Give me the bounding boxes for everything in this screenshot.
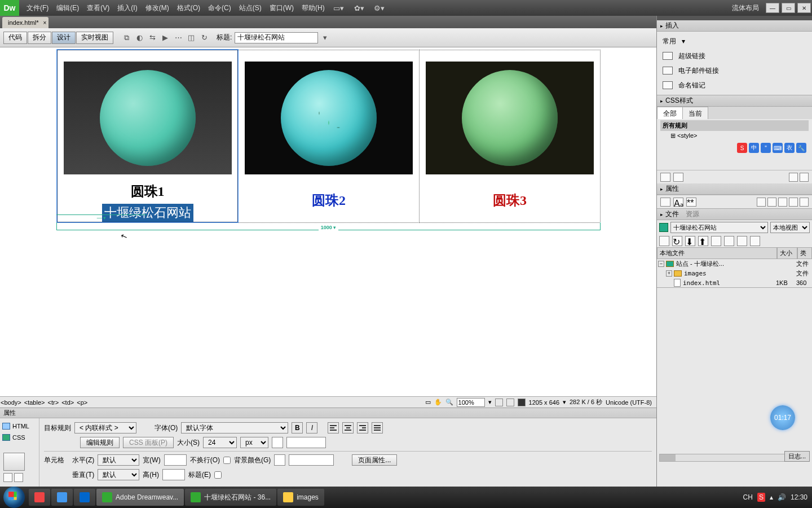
zoom-input[interactable] bbox=[457, 398, 485, 407]
task-explorer[interactable]: images bbox=[277, 489, 324, 506]
bead-image-1[interactable] bbox=[64, 62, 232, 174]
merge-cells-icon[interactable] bbox=[3, 453, 25, 471]
table-cell-3[interactable]: 圆珠3 bbox=[419, 50, 600, 222]
options-icon[interactable]: ⋯ bbox=[172, 32, 184, 44]
folder-images[interactable]: + images 文件 bbox=[657, 269, 812, 278]
unit-select[interactable]: px bbox=[240, 437, 268, 448]
site-select[interactable]: 十堰绿松石网站 bbox=[670, 222, 768, 233]
split-v-icon[interactable] bbox=[14, 473, 23, 482]
system-tray[interactable]: CH S ▴ 🔊 12:30 bbox=[739, 493, 812, 502]
align-left-button[interactable] bbox=[328, 422, 339, 433]
assets-tab[interactable]: 资源 bbox=[686, 209, 699, 219]
css-tab-all[interactable]: 全部 bbox=[657, 107, 683, 119]
caption-3[interactable]: 圆珠3 bbox=[420, 191, 600, 209]
task-browser[interactable]: 十堰绿松石网站 - 36... bbox=[185, 489, 276, 506]
insert-panel-header[interactable]: ▸插入 bbox=[657, 20, 812, 32]
maximize-button[interactable]: ▭ bbox=[782, 3, 795, 13]
table-cell-2[interactable]: 圆珠2 bbox=[238, 50, 419, 222]
site-icon[interactable]: ⚙▾ bbox=[372, 2, 387, 14]
log-button[interactable]: 日志... bbox=[784, 451, 810, 462]
vert-select[interactable]: 默认 bbox=[98, 469, 139, 480]
window-size-icon[interactable] bbox=[495, 398, 503, 406]
pinned-app2[interactable] bbox=[51, 489, 73, 506]
rule-style[interactable]: ⊞ <style> bbox=[660, 131, 809, 141]
css-props-header[interactable]: ▸属性 bbox=[657, 183, 812, 195]
get-icon[interactable]: ⬇ bbox=[685, 236, 695, 246]
bgcolor-input[interactable] bbox=[289, 454, 334, 466]
browser-nav-icon[interactable]: ⇆ bbox=[146, 32, 158, 44]
hand-tool-icon[interactable]: ✋ bbox=[434, 398, 442, 406]
bead-image-2[interactable] bbox=[245, 62, 413, 174]
view-split-button[interactable]: 拆分 bbox=[28, 32, 51, 44]
text-color-swatch[interactable] bbox=[272, 437, 283, 448]
sogou-icon[interactable]: S bbox=[737, 143, 747, 153]
insert-hyperlink[interactable]: 超级链接 bbox=[657, 49, 812, 63]
sogou-tray-icon[interactable]: S bbox=[757, 493, 765, 502]
table-width-marker[interactable]: 1000 ▾ bbox=[56, 222, 601, 230]
bead-image-3[interactable] bbox=[426, 62, 594, 174]
menu-window[interactable]: 窗口(W) bbox=[266, 3, 298, 13]
menu-format[interactable]: 格式(O) bbox=[173, 3, 204, 13]
view-design-button[interactable]: 设计 bbox=[52, 32, 76, 44]
tag-selector[interactable]: <body> <table> <tr> <td> <p> bbox=[0, 399, 88, 406]
menu-site[interactable]: 站点(S) bbox=[235, 3, 266, 13]
start-button[interactable] bbox=[3, 487, 25, 508]
menu-edit[interactable]: 编辑(E) bbox=[52, 3, 83, 13]
bold-button[interactable]: B bbox=[292, 422, 303, 433]
disable-css-icon[interactable] bbox=[789, 198, 798, 207]
align-right-button[interactable] bbox=[357, 422, 368, 433]
caption-2[interactable]: 圆珠2 bbox=[239, 191, 419, 209]
column-width-marker[interactable]: — ▾ bbox=[56, 214, 147, 222]
files-panel-header[interactable]: ▸文件 资源 bbox=[657, 209, 812, 220]
volume-icon[interactable]: 🔊 bbox=[778, 493, 786, 501]
page-table[interactable]: 圆珠1 十堰绿松石网站 圆珠2 圆珠3 bbox=[56, 49, 601, 223]
visual-aids-icon[interactable]: ◫ bbox=[185, 32, 197, 44]
preview-icon[interactable]: ▶ bbox=[159, 32, 171, 44]
insert-anchor[interactable]: 命名锚记 bbox=[657, 78, 812, 93]
ime-indicator[interactable]: CH bbox=[743, 493, 753, 501]
title-input[interactable] bbox=[235, 32, 318, 43]
link-css-icon[interactable] bbox=[757, 198, 766, 207]
new-css-icon[interactable] bbox=[767, 198, 776, 207]
ime-kb-icon[interactable]: ⌨ bbox=[773, 143, 783, 153]
select-tool-icon[interactable]: ▭ bbox=[425, 398, 431, 406]
height-input[interactable] bbox=[162, 469, 185, 480]
ime-punct-icon[interactable]: " bbox=[761, 143, 771, 153]
menu-help[interactable]: 帮助(H) bbox=[298, 3, 329, 13]
device-icon[interactable] bbox=[506, 398, 514, 406]
design-canvas[interactable]: 圆珠1 十堰绿松石网站 圆珠2 圆珠3 — ▾ 1000 ▾ ↖ bbox=[0, 47, 656, 396]
pinned-app3[interactable] bbox=[74, 489, 95, 506]
caption-1[interactable]: 圆珠1 bbox=[58, 182, 237, 200]
font-select[interactable]: 默认字体 bbox=[181, 422, 288, 433]
refresh-files-icon[interactable]: ↻ bbox=[672, 236, 682, 246]
align-center-button[interactable] bbox=[342, 422, 354, 433]
file-mgmt-icon[interactable]: ▾ bbox=[319, 32, 331, 44]
css-panel-header[interactable]: ▸CSS样式 bbox=[657, 95, 812, 107]
recording-badge[interactable]: 01:17 bbox=[770, 405, 795, 430]
view-live-button[interactable]: 实时视图 bbox=[76, 32, 113, 44]
site-root[interactable]: − 站点 - 十堰绿松... 文件 bbox=[657, 259, 812, 269]
text-color-input[interactable] bbox=[286, 437, 326, 448]
close-button[interactable]: ✕ bbox=[797, 3, 811, 13]
new-rule-icon[interactable] bbox=[800, 173, 809, 182]
css-panel-button[interactable]: CSS 面板(P) bbox=[123, 437, 174, 448]
checkout-icon[interactable] bbox=[711, 236, 721, 246]
inspect-icon[interactable]: ◐ bbox=[133, 32, 145, 44]
view-select[interactable]: 本地视图 bbox=[770, 222, 810, 233]
panel-scrollbar[interactable] bbox=[659, 454, 787, 462]
document-tab[interactable]: index.html* × bbox=[2, 17, 48, 28]
checkin-icon[interactable] bbox=[724, 236, 734, 246]
insert-email-link[interactable]: 电子邮件链接 bbox=[657, 63, 812, 78]
live-code-icon[interactable]: ⧉ bbox=[120, 32, 133, 44]
italic-button[interactable]: I bbox=[306, 422, 317, 433]
file-index[interactable]: index.html 1KB360 bbox=[657, 278, 812, 287]
dimensions-label[interactable]: 1205 x 646 bbox=[529, 399, 559, 406]
ime-cn-icon[interactable]: 中 bbox=[749, 143, 759, 153]
size-select[interactable]: 24 bbox=[203, 437, 237, 448]
menu-view[interactable]: 查看(V) bbox=[83, 3, 113, 13]
refresh-icon[interactable]: ↻ bbox=[198, 32, 210, 44]
task-dreamweaver[interactable]: Adobe Dreamweav... bbox=[96, 489, 184, 506]
show-category-icon[interactable] bbox=[660, 173, 670, 182]
expand-icon[interactable] bbox=[750, 236, 760, 246]
align-justify-button[interactable] bbox=[372, 422, 383, 433]
